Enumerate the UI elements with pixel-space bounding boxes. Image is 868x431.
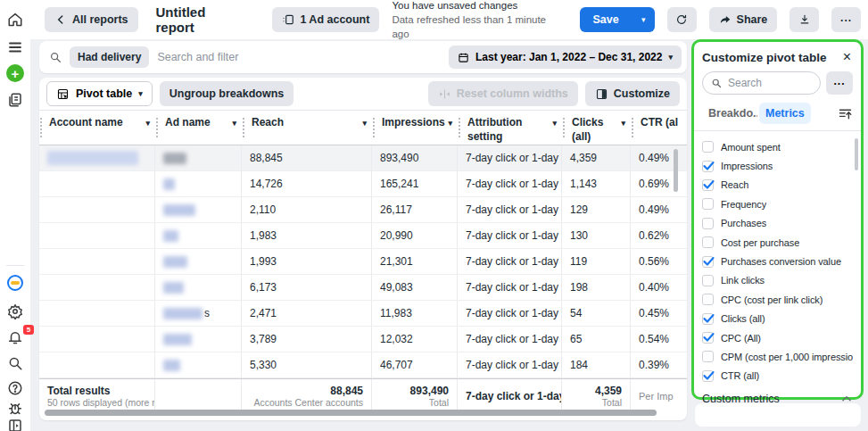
table-row[interactable]: 1,99321,3017-day click or 1-day view1190… (39, 249, 687, 275)
column-header-label: Impressions (382, 116, 444, 130)
column-header-label: Clicks (all) (572, 116, 617, 144)
table-row[interactable]: 5,33046,7077-day click or 1-day view1840… (39, 352, 687, 378)
checkbox-unchecked-icon[interactable] (702, 141, 714, 153)
all-reports-button[interactable]: All reports (45, 7, 138, 32)
date-range-label: Last year: Jan 1, 2022 – Dec 31, 2022 (475, 51, 662, 63)
collapse-nav-icon[interactable] (7, 418, 23, 431)
checkbox-unchecked-icon[interactable] (702, 198, 714, 210)
save-options-caret[interactable]: ▾ (632, 7, 655, 32)
metric-option-frequency[interactable]: Frequency (702, 195, 853, 213)
column-menu-caret[interactable]: ▾ (444, 117, 456, 131)
impressions-cell: 46,707 (372, 352, 458, 377)
column-menu-caret[interactable]: ▾ (142, 117, 153, 131)
save-button[interactable]: Save (580, 7, 632, 32)
had-delivery-filter-chip[interactable]: Had delivery (70, 46, 149, 68)
checkbox-checked-icon[interactable] (702, 161, 714, 172)
reorder-icon[interactable] (838, 106, 853, 121)
ad-account-button[interactable]: 1 Ad account (272, 7, 379, 32)
checkbox-checked-icon[interactable] (702, 179, 714, 191)
help-icon[interactable] (7, 380, 23, 396)
custom-metrics-section[interactable]: Custom metrics (702, 393, 853, 405)
metric-option-cpm-cost-per-1-000-impressions[interactable]: CPM (cost per 1,000 impressions) (702, 347, 853, 366)
tab-metrics[interactable]: Metrics (759, 103, 811, 124)
table-row[interactable]: 6,17349,0837-day click or 1-day view1980… (39, 275, 687, 301)
table-row[interactable]: s2,47111,9837-day click or 1-day view540… (39, 301, 687, 327)
checkbox-checked-icon[interactable] (702, 256, 714, 268)
account-name-cell (39, 301, 155, 326)
attribution-setting-cell: 7-day click or 1-day view (458, 352, 562, 377)
search-icon[interactable] (7, 355, 23, 371)
date-range-selector[interactable]: Last year: Jan 1, 2022 – Dec 31, 2022 ▾ (449, 46, 682, 69)
bug-icon[interactable] (7, 400, 23, 416)
attribution-setting-cell: 7-day click or 1-day view (458, 275, 562, 300)
column-header-ctr-al: CTR (al (631, 111, 687, 145)
checkbox-unchecked-icon[interactable] (702, 275, 714, 286)
metric-option-cpc-cost-per-link-click[interactable]: CPC (cost per link click) (702, 290, 853, 309)
column-menu-caret[interactable]: ▾ (228, 117, 240, 131)
create-plus-icon[interactable]: + (6, 64, 24, 82)
checkbox-unchecked-icon[interactable] (702, 218, 714, 229)
metric-option-cost-per-purchase[interactable]: Cost per purchase (702, 233, 853, 252)
more-options-button[interactable]: ... (831, 7, 861, 32)
panel-more-button[interactable]: ... (826, 71, 853, 95)
impressions-cell: 26,117 (372, 197, 458, 222)
clicks-cell: 130 (562, 223, 631, 248)
view-selector-button[interactable]: Pivot table ▾ (46, 81, 153, 106)
checkbox-checked-icon[interactable] (702, 370, 714, 382)
redacted-ad-name (163, 334, 192, 345)
customize-button[interactable]: Customize (585, 81, 680, 106)
impressions-cell: 165,241 (372, 171, 458, 196)
share-button[interactable]: Share (709, 7, 778, 32)
table-row[interactable]: 88,845893,4907-day click or 1-day view4,… (39, 145, 687, 171)
checkbox-checked-icon[interactable] (702, 313, 714, 325)
metric-option-cpc-all[interactable]: CPC (All) (702, 328, 853, 347)
settings-gear-icon[interactable] (7, 303, 23, 319)
column-menu-caret[interactable]: ▾ (549, 117, 560, 131)
column-header-label: Attribution setting (467, 116, 549, 144)
attribution-setting-cell: 7-day click or 1-day view (458, 249, 562, 274)
ctr-cell: 0.69% (631, 171, 687, 196)
attribution-setting-cell: 7-day click or 1-day view (458, 197, 562, 222)
metric-option-ctr-all[interactable]: CTR (all) (702, 367, 853, 385)
total-impressions-value: 893,490 (380, 385, 449, 397)
table-row[interactable]: 1,98320,9907-day click or 1-day view1300… (39, 223, 687, 249)
metric-option-clicks-all[interactable]: Clicks (all) (702, 310, 853, 328)
vertical-scrollbar-thumb[interactable] (674, 149, 678, 192)
column-menu-caret[interactable]: ▾ (359, 117, 370, 131)
horizontal-scrollbar-thumb[interactable] (45, 410, 657, 416)
metric-option-purchases-conversion-value[interactable]: Purchases conversion value (702, 252, 853, 270)
export-button[interactable] (789, 7, 819, 32)
menu-icon[interactable] (7, 39, 23, 55)
home-icon[interactable] (7, 12, 23, 28)
panel-scrollbar-thumb[interactable] (855, 138, 858, 170)
tab-breakdowns[interactable]: Breakdo... (702, 103, 757, 124)
table-row[interactable]: 2,11026,1177-day click or 1-day view1290… (39, 197, 687, 223)
close-icon[interactable]: × (841, 50, 853, 64)
account-name-cell (39, 327, 155, 352)
checkbox-unchecked-icon[interactable] (702, 236, 714, 248)
refresh-button[interactable] (667, 7, 697, 32)
search-filter-placeholder[interactable]: Search and filter (157, 51, 238, 63)
metric-option-amount-spent[interactable]: Amount spent (702, 137, 853, 156)
table-row[interactable]: 3,78912,0327-day click or 1-day view650.… (39, 327, 687, 352)
metric-option-link-clicks[interactable]: Link clicks (702, 271, 853, 290)
column-header-label: CTR (al (641, 116, 685, 130)
reach-cell: 14,726 (242, 171, 372, 196)
column-menu-caret[interactable]: ▾ (617, 117, 629, 131)
panel-search-input[interactable] (726, 76, 812, 90)
checkbox-checked-icon[interactable] (702, 332, 714, 344)
checkbox-unchecked-icon[interactable] (702, 351, 714, 362)
table-total-row: Total results 50 rows displayed (more ro… (39, 378, 687, 413)
business-suite-icon[interactable] (7, 275, 23, 291)
checkbox-unchecked-icon[interactable] (702, 294, 714, 305)
table-row[interactable]: 14,726165,2417-day click or 1-day view1,… (39, 171, 687, 197)
ad-name-cell (155, 171, 242, 196)
ungroup-breakdowns-button[interactable]: Ungroup breakdowns (160, 81, 293, 106)
metric-option-impressions[interactable]: Impressions (702, 156, 853, 175)
reset-widths-label: Reset column widths (457, 87, 568, 100)
metric-option-reach[interactable]: Reach (702, 176, 853, 195)
reports-icon[interactable] (7, 92, 23, 108)
notifications-bell-icon[interactable]: 5 (7, 329, 23, 345)
panel-search-box[interactable] (702, 71, 821, 95)
metric-option-purchases[interactable]: Purchases (702, 214, 853, 233)
